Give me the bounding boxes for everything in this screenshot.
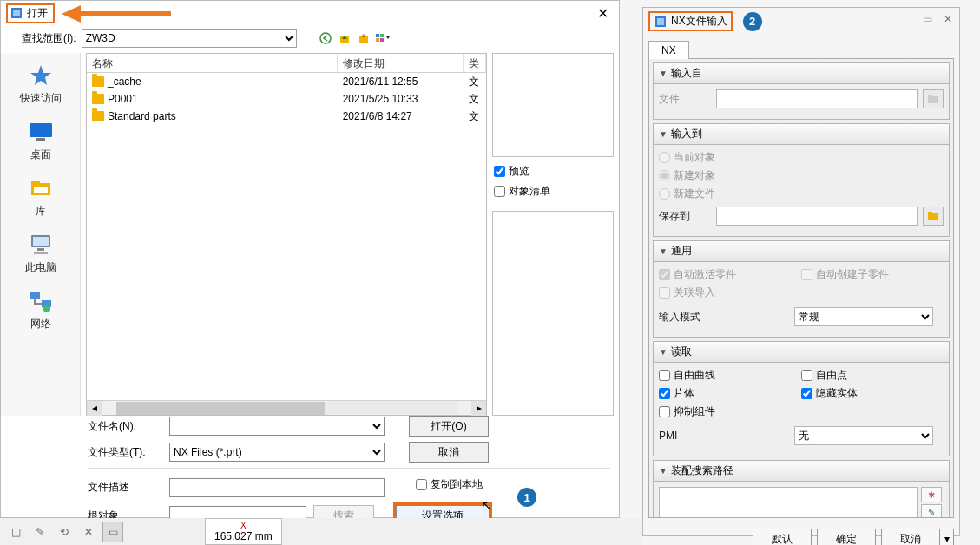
file-list: 名称 修改日期 类 _cache 2021/6/11 12:55 文 P0001… [86,53,487,416]
file-row[interactable]: _cache 2021/6/11 12:55 文 [87,73,486,90]
tool-2[interactable]: ✎ [30,522,50,542]
radio-new-file: 新建文件 [659,187,944,201]
svg-rect-25 [928,96,938,103]
look-in-label: 查找范围(I): [22,31,76,46]
chk-suppress[interactable]: 抑制组件 [659,404,801,419]
import-mode-label: 输入模式 [659,310,789,325]
place-libraries[interactable]: 库 [4,171,77,224]
preview-checkbox[interactable]: 预览 [494,164,612,179]
column-header-type[interactable]: 类 [464,54,486,72]
assembly-path-list[interactable] [659,487,918,518]
preview-box [492,53,614,157]
svg-rect-24 [657,18,664,25]
chk-free-point[interactable]: 自由点 [801,368,944,383]
up-folder-icon[interactable] [337,30,352,46]
close-button[interactable]: ✕ [591,3,614,23]
new-folder-icon[interactable]: * [356,30,372,46]
look-in-select[interactable]: ZW3D [82,29,297,48]
section-assembly-path[interactable]: ▼装配搜索路径 [653,460,950,482]
file-desc-field[interactable] [169,478,385,497]
file-desc-label: 文件描述 [88,480,162,495]
ok-button[interactable]: 确定 [817,529,876,545]
cancel-dropdown[interactable]: ▾ [940,529,954,545]
tool-1[interactable]: ◫ [5,522,26,542]
annotation-badge-2: 2 [743,12,762,31]
cancel-button[interactable]: 取消 [881,529,940,545]
svg-rect-14 [31,181,40,184]
horizontal-scrollbar[interactable]: ◂ ▸ [87,400,486,415]
column-header-name[interactable]: 名称 [87,54,338,72]
file-row[interactable]: P0001 2021/5/25 10:33 文 [87,90,486,108]
tool-4[interactable]: ▭ [102,522,123,542]
svg-rect-9 [380,38,384,42]
back-icon[interactable] [318,30,333,46]
file-label: 文件 [659,92,711,107]
svg-rect-17 [33,237,49,246]
svg-rect-7 [380,34,384,37]
file-type-label: 文件类型(T): [88,445,162,460]
tool-x[interactable]: ✕ [78,522,99,542]
section-input-to[interactable]: ▼输入到 [653,123,950,145]
svg-rect-18 [37,248,44,251]
svg-rect-19 [34,252,48,254]
section-read[interactable]: ▼读取 [653,341,950,363]
svg-rect-27 [928,213,938,220]
svg-rect-6 [376,34,379,37]
pmi-select[interactable]: 无 [794,426,933,445]
section-general[interactable]: ▼通用 [653,240,950,262]
nx-import-panel: NX文件输入 2 ▭ ✕ NX ▼输入自 文件 ▼输入到 当前对象 新建对象 新… [642,7,960,536]
cancel-button[interactable]: 取消 [409,442,489,463]
open-button[interactable]: 打开(O) [409,416,489,437]
folder-icon [92,76,104,87]
chk-sheet[interactable]: 片体 [659,386,801,401]
annotation-badge-1: 1 [517,488,536,507]
svg-rect-15 [34,187,48,193]
places-bar: 快速访问 桌面 库 此电脑 网络 [1,53,81,416]
minimize-icon[interactable]: ▭ [919,13,935,25]
save-to-input[interactable] [716,207,918,226]
save-to-label: 保存到 [659,209,711,224]
svg-rect-1 [13,10,20,16]
file-name-label: 文件名(N): [88,419,162,434]
default-button[interactable]: 默认 [753,529,812,545]
section-input-from[interactable]: ▼输入自 [653,62,950,84]
file-row[interactable]: Standard parts 2021/6/8 14:27 文 [87,108,486,125]
svg-rect-11 [30,123,52,137]
chk-free-curve[interactable]: 自由曲线 [659,368,801,383]
svg-rect-28 [928,212,932,214]
file-type-select[interactable]: NX Files (*.prt) [169,443,385,462]
dialog-title: 打开 [27,6,48,21]
view-menu-icon[interactable] [375,30,391,46]
bottom-toolbar: ◫ ✎ ⟲ ✕ ▭ X 165.027 mm [0,518,642,545]
svg-marker-10 [30,65,51,85]
column-header-date[interactable]: 修改日期 [338,54,464,72]
file-name-field[interactable] [169,417,385,436]
place-quick-access[interactable]: 快速访问 [4,58,77,111]
nx-icon [654,15,668,29]
import-mode-select[interactable]: 常规 [794,307,933,326]
file-rows[interactable]: _cache 2021/6/11 12:55 文 P0001 2021/5/25… [87,73,486,400]
place-this-pc[interactable]: 此电脑 [4,227,77,280]
browse-file-button[interactable] [923,89,944,108]
close-icon[interactable]: ✕ [940,13,956,25]
object-list-box [492,211,614,416]
folder-icon [92,111,104,121]
radio-new-object: 新建对象 [659,168,944,183]
svg-rect-12 [36,138,45,141]
chk-hidden[interactable]: 隐藏实体 [801,386,944,401]
coordinate-readout: X 165.027 mm [205,518,282,545]
tab-nx[interactable]: NX [648,41,689,59]
chk-assoc-import: 关联导入 [659,286,801,300]
copy-local-checkbox[interactable]: 复制到本地 [416,477,483,492]
tool-3[interactable]: ⟲ [54,522,75,542]
browse-save-button[interactable] [923,207,944,226]
path-add-button[interactable]: ✱ [921,487,942,502]
place-desktop[interactable]: 桌面 [4,115,77,167]
app-icon [10,6,23,20]
place-network[interactable]: 网络 [4,284,77,337]
nx-panel-title: NX文件输入 [671,14,727,29]
path-edit-button[interactable]: ✎ [921,504,942,518]
chk-auto-create-child: 自动创建子零件 [801,267,944,282]
object-list-checkbox[interactable]: 对象清单 [494,184,612,199]
file-path-input[interactable] [716,89,918,108]
